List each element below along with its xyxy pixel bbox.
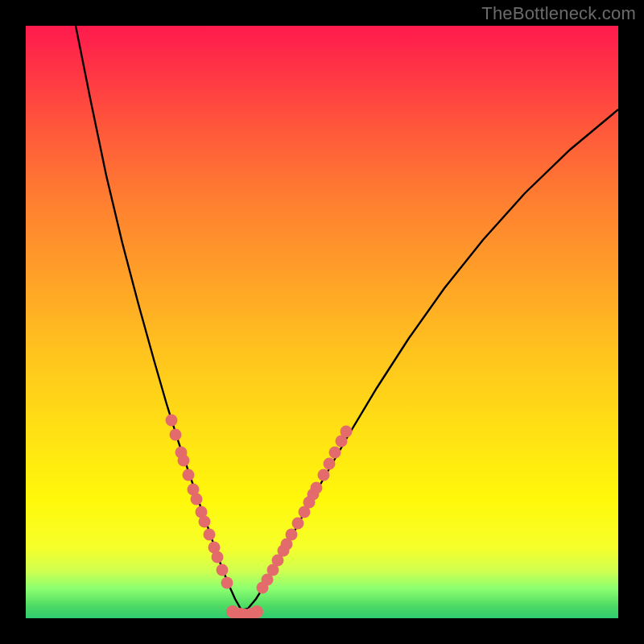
- dot: [311, 482, 323, 494]
- dot: [217, 564, 229, 576]
- dot: [191, 493, 203, 506]
- dot: [329, 447, 341, 459]
- dot: [250, 605, 263, 618]
- dot: [178, 455, 190, 467]
- chart-svg: [26, 26, 618, 618]
- dot: [324, 458, 336, 470]
- dot: [292, 518, 304, 530]
- watermark-text: TheBottleneck.com: [481, 3, 636, 24]
- dot: [183, 469, 195, 481]
- dot: [166, 415, 178, 427]
- v-curve-line: [76, 26, 618, 610]
- highlight-dots: [166, 415, 353, 619]
- dot: [212, 551, 224, 564]
- dot: [341, 426, 353, 438]
- plot-area: [26, 26, 618, 618]
- dot: [286, 529, 298, 541]
- dot: [199, 516, 211, 528]
- dot: [170, 429, 182, 441]
- dot: [318, 469, 330, 481]
- dot: [204, 529, 216, 541]
- dot: [221, 577, 233, 589]
